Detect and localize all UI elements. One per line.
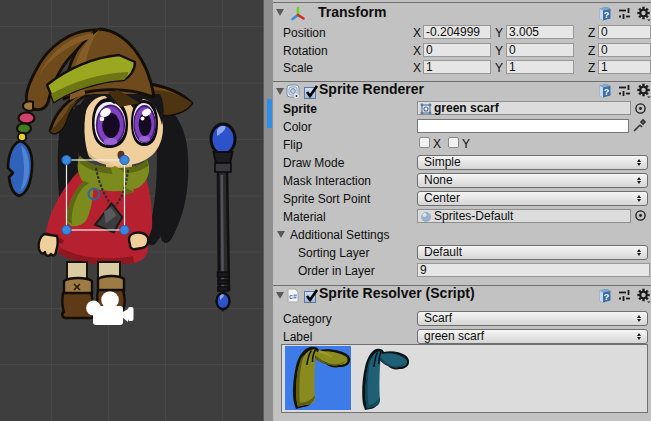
svg-text:?: ?: [604, 292, 610, 302]
svg-text:?: ?: [604, 87, 610, 97]
svg-text:?: ?: [604, 10, 610, 20]
svg-text:c#: c#: [289, 293, 297, 300]
